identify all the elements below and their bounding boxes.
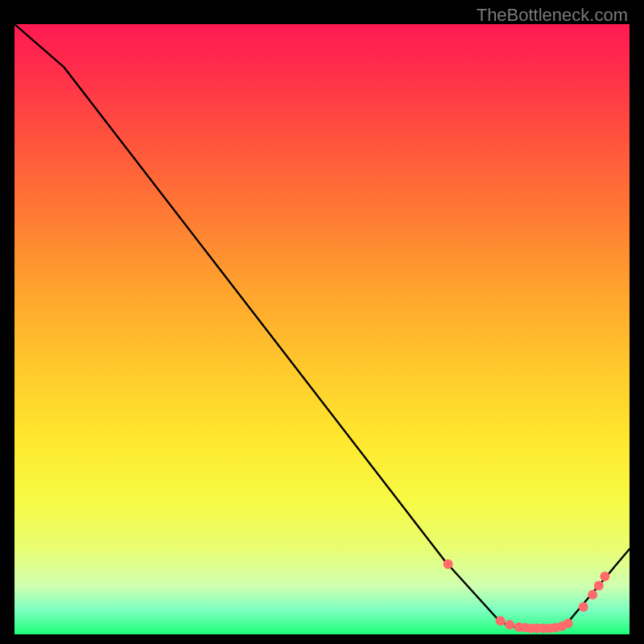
marker-dot [600, 572, 609, 581]
marker-dot [496, 616, 506, 625]
curve-line [14, 24, 630, 628]
marker-dot [594, 580, 604, 590]
chart-overlay [14, 24, 630, 634]
marker-dot [505, 620, 514, 630]
marker-dot [444, 559, 453, 569]
attribution-label: TheBottleneck.com [477, 5, 628, 26]
marker-dots [444, 559, 610, 634]
marker-dot [579, 602, 588, 612]
plot-area [14, 24, 630, 634]
marker-dot [564, 618, 573, 628]
marker-dot [588, 590, 597, 600]
